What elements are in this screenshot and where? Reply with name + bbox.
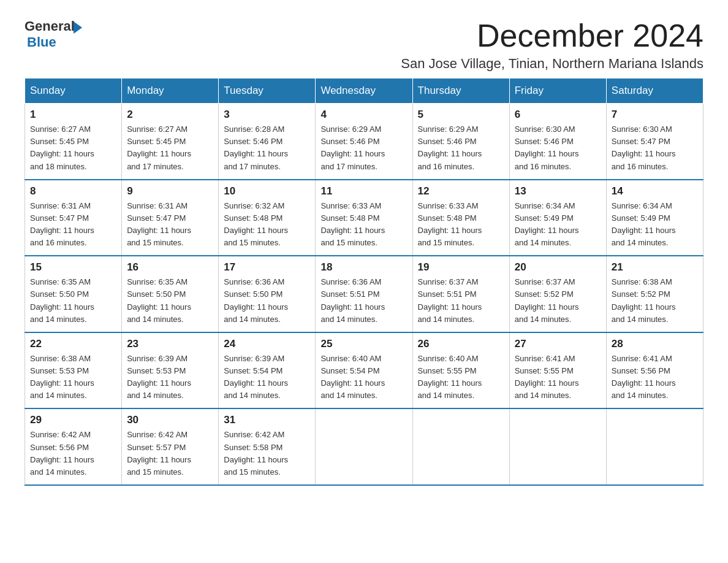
day-info: Sunrise: 6:35 AM Sunset: 5:50 PM Dayligh… bbox=[127, 276, 213, 326]
calendar-cell bbox=[509, 408, 606, 485]
calendar-cell: 5 Sunrise: 6:29 AM Sunset: 5:46 PM Dayli… bbox=[412, 104, 509, 180]
calendar-week-row: 22 Sunrise: 6:38 AM Sunset: 5:53 PM Dayl… bbox=[25, 332, 703, 409]
day-info: Sunrise: 6:36 AM Sunset: 5:51 PM Dayligh… bbox=[320, 276, 407, 326]
day-number: 12 bbox=[418, 185, 504, 197]
calendar-week-row: 1 Sunrise: 6:27 AM Sunset: 5:45 PM Dayli… bbox=[25, 104, 703, 180]
day-number: 13 bbox=[515, 185, 601, 197]
weekday-header: Thursday bbox=[412, 79, 509, 104]
weekday-header: Monday bbox=[122, 79, 219, 104]
day-info: Sunrise: 6:37 AM Sunset: 5:51 PM Dayligh… bbox=[418, 276, 504, 326]
day-info: Sunrise: 6:39 AM Sunset: 5:53 PM Dayligh… bbox=[127, 353, 213, 402]
day-info: Sunrise: 6:29 AM Sunset: 5:46 PM Dayligh… bbox=[320, 123, 407, 173]
day-number: 3 bbox=[224, 109, 310, 121]
day-info: Sunrise: 6:27 AM Sunset: 5:45 PM Dayligh… bbox=[30, 123, 116, 173]
weekday-header: Sunday bbox=[25, 79, 122, 104]
day-info: Sunrise: 6:42 AM Sunset: 5:56 PM Dayligh… bbox=[30, 429, 116, 478]
calendar-cell: 26 Sunrise: 6:40 AM Sunset: 5:55 PM Dayl… bbox=[412, 332, 509, 409]
day-number: 23 bbox=[127, 338, 213, 350]
calendar-cell: 12 Sunrise: 6:33 AM Sunset: 5:48 PM Dayl… bbox=[412, 180, 509, 256]
calendar-cell: 24 Sunrise: 6:39 AM Sunset: 5:54 PM Dayl… bbox=[219, 332, 316, 409]
calendar-cell: 6 Sunrise: 6:30 AM Sunset: 5:46 PM Dayli… bbox=[509, 104, 606, 180]
logo-blue: Blue bbox=[27, 34, 56, 50]
day-info: Sunrise: 6:41 AM Sunset: 5:56 PM Dayligh… bbox=[612, 353, 698, 402]
day-number: 19 bbox=[418, 261, 504, 274]
day-number: 28 bbox=[612, 338, 698, 350]
title-block: December 2024 San Jose Village, Tinian, … bbox=[401, 18, 703, 72]
day-number: 22 bbox=[30, 338, 116, 350]
day-number: 1 bbox=[30, 109, 116, 121]
day-number: 5 bbox=[418, 109, 504, 121]
logo-arrow-icon bbox=[74, 21, 82, 34]
day-number: 24 bbox=[224, 338, 310, 350]
calendar-cell: 25 Sunrise: 6:40 AM Sunset: 5:54 PM Dayl… bbox=[316, 332, 412, 409]
calendar-cell: 4 Sunrise: 6:29 AM Sunset: 5:46 PM Dayli… bbox=[316, 104, 412, 180]
calendar-week-row: 29 Sunrise: 6:42 AM Sunset: 5:56 PM Dayl… bbox=[25, 408, 703, 485]
calendar-cell: 8 Sunrise: 6:31 AM Sunset: 5:47 PM Dayli… bbox=[25, 180, 122, 256]
calendar-cell bbox=[606, 408, 703, 485]
day-info: Sunrise: 6:33 AM Sunset: 5:48 PM Dayligh… bbox=[320, 200, 407, 250]
day-number: 9 bbox=[127, 185, 213, 197]
calendar-cell: 30 Sunrise: 6:42 AM Sunset: 5:57 PM Dayl… bbox=[122, 408, 219, 485]
day-info: Sunrise: 6:31 AM Sunset: 5:47 PM Dayligh… bbox=[30, 200, 116, 250]
day-number: 26 bbox=[418, 338, 504, 350]
calendar-cell: 21 Sunrise: 6:38 AM Sunset: 5:52 PM Dayl… bbox=[606, 256, 703, 332]
day-number: 10 bbox=[224, 185, 310, 197]
day-number: 4 bbox=[320, 109, 407, 121]
day-info: Sunrise: 6:40 AM Sunset: 5:54 PM Dayligh… bbox=[320, 353, 407, 402]
calendar-body: 1 Sunrise: 6:27 AM Sunset: 5:45 PM Dayli… bbox=[25, 104, 703, 485]
calendar-cell: 31 Sunrise: 6:42 AM Sunset: 5:58 PM Dayl… bbox=[219, 408, 316, 485]
day-info: Sunrise: 6:35 AM Sunset: 5:50 PM Dayligh… bbox=[30, 276, 116, 326]
weekday-header: Wednesday bbox=[316, 79, 412, 104]
page-header: General Blue December 2024 San Jose Vill… bbox=[25, 18, 703, 72]
calendar-cell: 16 Sunrise: 6:35 AM Sunset: 5:50 PM Dayl… bbox=[122, 256, 219, 332]
calendar-header: SundayMondayTuesdayWednesdayThursdayFrid… bbox=[25, 79, 703, 104]
day-info: Sunrise: 6:28 AM Sunset: 5:46 PM Dayligh… bbox=[224, 123, 310, 173]
day-number: 7 bbox=[612, 109, 698, 121]
day-info: Sunrise: 6:32 AM Sunset: 5:48 PM Dayligh… bbox=[224, 200, 310, 250]
day-info: Sunrise: 6:27 AM Sunset: 5:45 PM Dayligh… bbox=[127, 123, 213, 173]
calendar-cell: 10 Sunrise: 6:32 AM Sunset: 5:48 PM Dayl… bbox=[219, 180, 316, 256]
day-info: Sunrise: 6:31 AM Sunset: 5:47 PM Dayligh… bbox=[127, 200, 213, 250]
calendar-cell: 29 Sunrise: 6:42 AM Sunset: 5:56 PM Dayl… bbox=[25, 408, 122, 485]
calendar-week-row: 15 Sunrise: 6:35 AM Sunset: 5:50 PM Dayl… bbox=[25, 256, 703, 332]
day-info: Sunrise: 6:42 AM Sunset: 5:57 PM Dayligh… bbox=[127, 429, 213, 478]
day-info: Sunrise: 6:29 AM Sunset: 5:46 PM Dayligh… bbox=[418, 123, 504, 173]
day-info: Sunrise: 6:40 AM Sunset: 5:55 PM Dayligh… bbox=[418, 353, 504, 402]
day-number: 14 bbox=[612, 185, 698, 197]
calendar-cell bbox=[412, 408, 509, 485]
day-info: Sunrise: 6:38 AM Sunset: 5:53 PM Dayligh… bbox=[30, 353, 116, 402]
day-info: Sunrise: 6:30 AM Sunset: 5:47 PM Dayligh… bbox=[612, 123, 698, 173]
calendar-cell: 14 Sunrise: 6:34 AM Sunset: 5:49 PM Dayl… bbox=[606, 180, 703, 256]
day-number: 27 bbox=[515, 338, 601, 350]
calendar-cell: 3 Sunrise: 6:28 AM Sunset: 5:46 PM Dayli… bbox=[219, 104, 316, 180]
calendar-cell: 1 Sunrise: 6:27 AM Sunset: 5:45 PM Dayli… bbox=[25, 104, 122, 180]
calendar-cell: 19 Sunrise: 6:37 AM Sunset: 5:51 PM Dayl… bbox=[412, 256, 509, 332]
day-number: 15 bbox=[30, 261, 116, 274]
day-info: Sunrise: 6:33 AM Sunset: 5:48 PM Dayligh… bbox=[418, 200, 504, 250]
logo-general: General bbox=[25, 18, 75, 34]
day-number: 8 bbox=[30, 185, 116, 197]
calendar-cell: 28 Sunrise: 6:41 AM Sunset: 5:56 PM Dayl… bbox=[606, 332, 703, 409]
day-info: Sunrise: 6:39 AM Sunset: 5:54 PM Dayligh… bbox=[224, 353, 310, 402]
calendar-cell: 2 Sunrise: 6:27 AM Sunset: 5:45 PM Dayli… bbox=[122, 104, 219, 180]
day-number: 6 bbox=[515, 109, 601, 121]
day-number: 25 bbox=[320, 338, 407, 350]
day-number: 17 bbox=[224, 261, 310, 274]
month-title: December 2024 bbox=[401, 18, 703, 53]
calendar-cell: 27 Sunrise: 6:41 AM Sunset: 5:55 PM Dayl… bbox=[509, 332, 606, 409]
calendar-table: SundayMondayTuesdayWednesdayThursdayFrid… bbox=[25, 78, 703, 486]
calendar-cell: 22 Sunrise: 6:38 AM Sunset: 5:53 PM Dayl… bbox=[25, 332, 122, 409]
weekday-header: Tuesday bbox=[219, 79, 316, 104]
calendar-cell: 7 Sunrise: 6:30 AM Sunset: 5:47 PM Dayli… bbox=[606, 104, 703, 180]
day-number: 21 bbox=[612, 261, 698, 274]
day-number: 31 bbox=[224, 414, 310, 426]
day-number: 30 bbox=[127, 414, 213, 426]
day-info: Sunrise: 6:30 AM Sunset: 5:46 PM Dayligh… bbox=[515, 123, 601, 173]
day-info: Sunrise: 6:38 AM Sunset: 5:52 PM Dayligh… bbox=[612, 276, 698, 326]
day-info: Sunrise: 6:42 AM Sunset: 5:58 PM Dayligh… bbox=[224, 429, 310, 478]
day-info: Sunrise: 6:41 AM Sunset: 5:55 PM Dayligh… bbox=[515, 353, 601, 402]
calendar-cell: 11 Sunrise: 6:33 AM Sunset: 5:48 PM Dayl… bbox=[316, 180, 412, 256]
day-info: Sunrise: 6:34 AM Sunset: 5:49 PM Dayligh… bbox=[515, 200, 601, 250]
day-info: Sunrise: 6:37 AM Sunset: 5:52 PM Dayligh… bbox=[515, 276, 601, 326]
day-number: 2 bbox=[127, 109, 213, 121]
